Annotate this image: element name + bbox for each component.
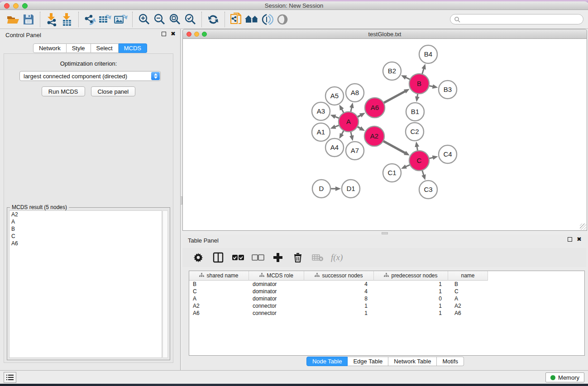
column-header-name[interactable]: name (448, 271, 488, 281)
table-cell: 0 (374, 295, 448, 302)
column-header-predecessor-nodes[interactable]: predecessor nodes (374, 271, 448, 281)
float-panel-icon[interactable] (162, 32, 166, 36)
tab-mcds[interactable]: MCDS (119, 43, 147, 53)
table-row[interactable]: A2connector11A2 (189, 302, 584, 310)
table-tab-motifs[interactable]: Motifs (437, 357, 464, 366)
network-node-A8[interactable]: A8 (346, 84, 364, 102)
attribute-type-icon (199, 272, 204, 279)
save-session-icon[interactable] (21, 12, 36, 27)
close-table-panel-icon[interactable]: ✖ (577, 237, 582, 242)
mcds-result-title: MCDS result (5 nodes) (10, 204, 69, 210)
edge-B-B2 (406, 77, 410, 80)
open-session-icon[interactable] (5, 12, 21, 27)
float-table-panel-icon[interactable] (568, 237, 572, 242)
table-row[interactable]: Adominator80A (189, 295, 584, 302)
network-node-C1[interactable]: C1 (383, 164, 401, 182)
table-row[interactable]: A6connector11A6 (189, 310, 584, 317)
export-image-icon[interactable] (113, 12, 129, 27)
edge-A-A3 (335, 117, 339, 119)
edge-A-A4 (342, 130, 344, 134)
network-node-A[interactable]: A (339, 112, 359, 132)
network-canvas-area[interactable]: AA1A2A3A4A5A6A7A8BB1B2B3B4CC1C2C3C4DD1 (182, 39, 587, 231)
close-panel-icon[interactable]: ✖ (171, 32, 176, 36)
network-window-title: testGlobe.txt (183, 31, 587, 38)
toolbar-separator (132, 12, 133, 27)
search-input[interactable] (460, 15, 583, 24)
svg-text:C: C (417, 157, 422, 164)
table-row[interactable]: Cdominator41C (189, 288, 584, 295)
import-network-icon[interactable] (44, 12, 59, 27)
toolbar-separator (225, 12, 225, 27)
unselect-all-icon[interactable] (251, 251, 265, 264)
mcds-result-list[interactable]: A2ABCA6 (9, 210, 162, 358)
zoom-out-icon[interactable] (152, 12, 167, 27)
network-node-B2[interactable]: B2 (383, 62, 401, 80)
network-node-B[interactable]: B (409, 74, 429, 94)
window-resize-grip-icon[interactable] (580, 224, 586, 230)
table-mode-gear-icon[interactable] (191, 251, 205, 264)
select-all-icon[interactable] (231, 251, 245, 264)
task-history-button[interactable] (4, 372, 16, 383)
network-node-A1[interactable]: A1 (312, 123, 330, 141)
network-node-A7[interactable]: A7 (346, 142, 364, 160)
hide-graphics-details-icon[interactable] (259, 12, 275, 27)
edge-A-A2 (357, 127, 360, 129)
mcds-result-item: C (10, 233, 162, 240)
memory-button[interactable]: Memory (545, 372, 584, 382)
mcds-result-scrollbar[interactable] (163, 210, 168, 358)
network-node-C4[interactable]: C4 (439, 145, 457, 163)
mcds-result-item: A2 (10, 211, 162, 218)
apply-layout-icon[interactable] (206, 12, 221, 27)
zoom-selected-icon[interactable] (182, 12, 198, 27)
network-node-C3[interactable]: C3 (419, 181, 437, 199)
search-box[interactable] (450, 14, 583, 24)
network-node-C2[interactable]: C2 (406, 123, 424, 141)
network-node-A6[interactable]: A6 (365, 98, 385, 118)
export-network-icon[interactable] (82, 12, 98, 27)
network-window-titlebar[interactable]: testGlobe.txt (182, 29, 587, 39)
zoom-in-icon[interactable] (136, 12, 152, 27)
svg-text:B1: B1 (411, 108, 419, 115)
criterion-select[interactable]: largest connected component (directed) (19, 71, 161, 81)
network-node-C[interactable]: C (409, 151, 429, 171)
network-node-D1[interactable]: D1 (342, 180, 360, 198)
table-tab-node-table[interactable]: Node Table (306, 357, 348, 366)
network-node-B1[interactable]: B1 (406, 103, 424, 121)
app-titlebar: Session: New Session (0, 1, 588, 10)
column-header-shared-name[interactable]: shared name (189, 271, 249, 281)
eye-icon[interactable] (275, 12, 290, 27)
column-header-MCDS-role[interactable]: MCDS role (249, 271, 304, 281)
clone-network-icon[interactable] (229, 12, 244, 27)
tab-select[interactable]: Select (91, 43, 119, 53)
tab-style[interactable]: Style (67, 43, 91, 53)
network-node-A5[interactable]: A5 (325, 87, 344, 105)
delete-columns-icon[interactable] (291, 251, 305, 264)
export-table-icon[interactable] (98, 12, 113, 27)
select-stepper-icon (151, 72, 160, 80)
network-canvas[interactable]: AA1A2A3A4A5A6A7A8BB1B2B3B4CC1C2C3C4DD1 (183, 39, 587, 231)
table-panel-title: Table Panel (188, 237, 219, 244)
show-column-icon[interactable] (211, 251, 225, 264)
zoom-fit-icon[interactable] (167, 12, 182, 27)
close-panel-button[interactable]: Close panel (91, 86, 136, 96)
control-panel-title: Control Panel (5, 32, 41, 38)
tab-network[interactable]: Network (33, 43, 67, 53)
network-node-A4[interactable]: A4 (325, 138, 344, 157)
network-node-B4[interactable]: B4 (419, 45, 437, 63)
svg-text:C4: C4 (443, 150, 452, 158)
table-tab-network-table[interactable]: Network Table (388, 357, 437, 366)
table-tab-edge-table[interactable]: Edge Table (348, 357, 388, 366)
toolbar-separator (40, 12, 40, 27)
network-node-B3[interactable]: B3 (439, 81, 457, 99)
run-mcds-button[interactable]: Run MCDS (42, 86, 85, 96)
table-cell: 8 (304, 295, 374, 302)
table-row[interactable]: Bdominator41B (189, 281, 584, 288)
column-header-successor-nodes[interactable]: successor nodes (304, 271, 374, 281)
main-toolbar (0, 10, 588, 29)
home-icon[interactable] (244, 12, 259, 27)
network-node-A3[interactable]: A3 (312, 102, 330, 120)
add-column-icon[interactable] (271, 251, 285, 264)
network-node-A2[interactable]: A2 (364, 126, 384, 146)
import-table-icon[interactable] (59, 12, 75, 27)
network-node-D[interactable]: D (312, 180, 330, 198)
